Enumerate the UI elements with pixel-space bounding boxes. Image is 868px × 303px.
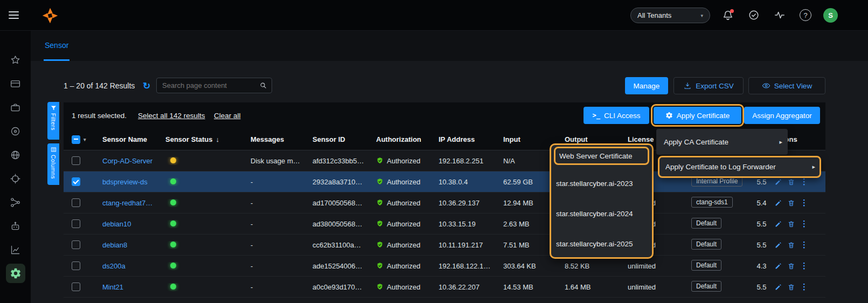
row-checkbox[interactable] [72,261,80,270]
delete-button[interactable] [787,262,795,270]
header-input[interactable]: Input [503,135,565,143]
search-input[interactable] [157,81,259,89]
table-row: debian10 - ad380050568… Authorized 10.33… [64,214,825,235]
select-view-label: Select View [774,82,812,90]
certificate-gear-icon [665,112,673,119]
delete-button[interactable] [787,241,795,249]
cell-version: 5.4 [752,199,772,207]
sensor-name-link[interactable]: debian8 [102,241,127,249]
apply-certificate-button[interactable]: Apply Certificate [654,107,741,124]
delete-button[interactable] [787,199,795,207]
export-csv-button[interactable]: Export CSV [673,77,744,94]
cli-access-button[interactable]: >_ CLI Access [584,107,649,124]
assign-aggregator-button[interactable]: Assign Aggregator [744,107,820,124]
select-all-checkbox[interactable] [72,135,80,144]
manage-button[interactable]: Manage [625,77,668,94]
filters-tab[interactable]: Filters [47,102,59,140]
sidebar-item-automation[interactable] [0,214,31,238]
row-checkbox[interactable] [72,283,80,291]
row-checkbox[interactable] [72,177,80,186]
system-activity-button[interactable] [774,9,786,21]
cell-version: 5.5 [752,241,772,249]
sidebar-item-reports[interactable] [0,238,31,261]
delete-button[interactable] [787,178,795,186]
user-avatar[interactable]: S [823,8,838,23]
sidebar-item-explore[interactable] [0,143,31,167]
clear-all-link[interactable]: Clear all [214,112,241,120]
submenu-item-web-server-certificate[interactable]: Web Server Certificate [554,147,649,165]
row-checkbox[interactable] [72,219,80,228]
sort-descending-icon: ↓ [216,135,219,143]
header-sensor-status[interactable]: Sensor Status↓ [165,135,251,143]
edit-button[interactable] [774,262,782,270]
cell-sensor-id: a0c0e93d170… [313,283,376,291]
edit-button[interactable] [774,283,782,291]
delete-button[interactable] [787,220,795,228]
edit-button[interactable] [774,220,782,228]
edit-button[interactable] [774,178,782,186]
more-actions-button[interactable]: ⋮ [800,198,808,208]
cell-sensor-id: ade15254006… [313,262,376,270]
cell-input: 303.64 KB [503,262,565,270]
checkbox-dropdown-caret-icon: ▾ [84,137,86,142]
header-authorization[interactable]: Authorization [376,135,439,143]
sidebar-item-settings[interactable] [0,261,31,285]
row-checkbox[interactable] [72,198,80,207]
health-status-button[interactable] [748,9,760,21]
notifications-button[interactable] [722,9,734,21]
header-sensor-id[interactable]: Sensor ID [313,135,376,143]
header-output[interactable]: Output [565,135,628,143]
hamburger-menu-button[interactable] [9,11,19,19]
network-icon [10,197,21,208]
header-sensor-name[interactable]: Sensor Name [102,135,165,143]
sensor-name-link[interactable]: bdspreview-ds [102,178,148,186]
delete-button[interactable] [787,283,795,291]
tab-sensor[interactable]: Sensor [44,31,70,61]
submenu-item-cert-2024[interactable]: star.stellarcyber.ai-2024 [556,205,633,222]
more-actions-button[interactable]: ⋮ [800,282,808,292]
menu-item-apply-certificate-to-log-forwarder[interactable]: Apply Certificate to Log Forwarder ▸ [658,156,821,178]
help-button[interactable]: ? [800,9,811,21]
sensor-name-link[interactable]: ctang-redhat7… [102,199,152,207]
cell-messages: - [251,199,313,207]
sidebar-item-cases[interactable] [0,95,31,119]
more-actions-button[interactable]: ⋮ [800,177,808,187]
notification-badge [730,9,734,13]
submenu-item-cert-2023[interactable]: star.stellarcyber.ai-2023 [556,175,633,191]
select-view-button[interactable]: Select View [748,77,825,94]
row-checkbox[interactable] [72,240,80,249]
more-actions-button[interactable]: ⋮ [800,240,808,250]
check-circle-icon [748,9,760,21]
sidebar-item-favorites[interactable] [0,48,31,72]
shield-icon [376,283,384,291]
header-ip-address[interactable]: IP Address [439,135,503,143]
authorization-label: Authorized [387,262,420,270]
sensor-name-link[interactable]: Mint21 [102,283,123,291]
row-checkbox[interactable] [72,156,80,165]
menu-item-apply-ca-certificate[interactable]: Apply CA Certificate ▸ [656,129,788,155]
sensor-name-link[interactable]: Corp-AD-Server [102,157,152,165]
shield-icon [376,261,384,270]
sidebar-item-detect[interactable] [0,167,31,190]
results-summary: 1 – 20 of 142 Results [64,77,135,94]
sidebar-item-discover[interactable] [0,119,31,143]
refresh-button[interactable]: ↻ [143,77,150,94]
authorization-label: Authorized [387,241,420,249]
more-actions-button[interactable]: ⋮ [800,219,808,229]
cell-sensor-id: afd312c33bb5… [313,157,376,165]
header-messages[interactable]: Messages [251,135,313,143]
table-row: Mint21 - a0c0e93d170… Authorized 10.36.2… [64,277,825,298]
search-box [156,78,272,93]
sidebar-item-connections[interactable] [0,190,31,214]
edit-button[interactable] [774,241,782,249]
columns-tab[interactable]: Columns [47,143,59,185]
submenu-item-cert-2025[interactable]: star.stellarcyber.ai-2025 [556,236,633,252]
sensor-name-link[interactable]: ds200a [102,262,126,270]
more-actions-button[interactable]: ⋮ [800,261,808,271]
sidebar-item-dashboards[interactable] [0,72,31,95]
sensor-name-link[interactable]: debian10 [102,220,131,228]
select-all-link[interactable]: Select all 142 results [138,112,205,120]
tenant-selector[interactable]: All Tenants ▾ [630,8,710,23]
columns-tab-label: Columns [50,155,57,179]
edit-button[interactable] [774,199,782,207]
